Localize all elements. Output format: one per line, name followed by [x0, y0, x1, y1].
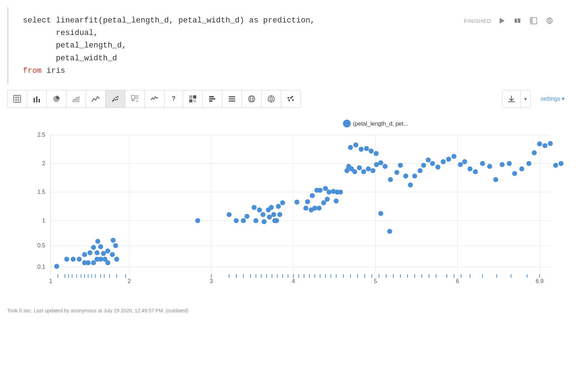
funnel-icon: [228, 95, 236, 103]
svg-point-56: [292, 99, 294, 101]
data-point: [526, 161, 531, 166]
interrupt-button[interactable]: [512, 16, 522, 26]
svg-point-57: [288, 97, 289, 99]
chart-type-pivot-button[interactable]: [125, 90, 145, 107]
y-label-2: 2: [42, 160, 45, 166]
data-point: [352, 169, 357, 174]
data-point: [262, 219, 267, 224]
data-point: [403, 174, 408, 179]
chart-type-table-button[interactable]: [7, 90, 27, 107]
keyword-select: select: [23, 16, 51, 25]
heatmap-icon: [189, 95, 197, 103]
code-line-5: from iris: [23, 65, 315, 77]
chart-type-funnel-button[interactable]: [222, 90, 242, 107]
chart-help-button[interactable]: ?: [165, 90, 183, 107]
data-point: [310, 193, 315, 198]
chart-type-sparkline-button[interactable]: [145, 90, 165, 107]
svg-rect-32: [136, 97, 138, 99]
svg-rect-42: [209, 100, 212, 102]
data-point: [378, 211, 383, 216]
data-point: [507, 161, 512, 166]
svg-point-55: [290, 97, 292, 99]
data-point: [276, 204, 281, 209]
scatter-icon: [111, 95, 119, 103]
svg-point-19: [94, 98, 95, 99]
svg-rect-38: [189, 99, 192, 102]
legend-dot: [343, 120, 351, 127]
data-point: [548, 141, 553, 146]
data-point: [532, 150, 537, 155]
run-button[interactable]: [497, 16, 507, 26]
run-icon: [498, 17, 505, 24]
x-label-2: 2: [128, 278, 131, 284]
chart-type-scatter-button[interactable]: [106, 90, 125, 107]
code-residual: residual,: [23, 29, 98, 37]
chart-toolbar: ?: [7, 90, 569, 108]
data-point: [95, 239, 100, 244]
globe-icon: [248, 95, 256, 103]
data-point: [241, 218, 246, 223]
svg-rect-2: [518, 19, 520, 23]
chart-type-heatmap-button[interactable]: [183, 90, 203, 107]
data-point: [111, 238, 116, 243]
data-point: [91, 245, 96, 250]
x-label-1: 1: [49, 278, 52, 284]
chart-type-area-button[interactable]: [66, 90, 86, 107]
data-point: [71, 257, 76, 262]
data-point: [82, 252, 87, 257]
legend-label: (petal_length_d, pet...: [353, 121, 408, 127]
data-point: [272, 218, 277, 223]
data-point: [269, 205, 274, 210]
cell-settings-button[interactable]: [545, 16, 555, 26]
svg-rect-37: [193, 95, 196, 99]
chart-type-hbar-button[interactable]: [203, 90, 222, 107]
data-point: [487, 164, 492, 169]
data-point: [317, 206, 322, 211]
table-icon: [13, 95, 21, 103]
svg-rect-31: [136, 95, 138, 97]
notebook-button[interactable]: [528, 16, 539, 26]
x-label-6.9: 6.9: [536, 278, 544, 284]
data-point: [321, 200, 326, 205]
x-label-6: 6: [456, 278, 459, 284]
data-point: [261, 212, 266, 217]
help-icon: ?: [172, 95, 176, 102]
keyword-from: from: [23, 66, 42, 75]
chart-type-map-button[interactable]: [242, 90, 262, 107]
chart-type-pie-button[interactable]: [47, 90, 66, 107]
y-label-1: 1: [42, 217, 45, 223]
chart-type-bar-button[interactable]: [27, 90, 47, 107]
gear-icon: [546, 17, 553, 24]
data-point: [327, 190, 332, 195]
data-point: [394, 170, 399, 175]
svg-rect-16: [39, 99, 40, 102]
data-point: [195, 218, 200, 223]
code-line-2: residual,: [23, 27, 315, 39]
download-button[interactable]: [502, 90, 520, 107]
data-point: [421, 163, 426, 168]
keyword-as: as: [249, 16, 258, 25]
settings-button[interactable]: settings ▾: [536, 92, 569, 106]
svg-point-28: [113, 100, 114, 101]
data-point: [446, 157, 451, 162]
svg-point-54: [288, 99, 290, 101]
chart-type-cluster-button[interactable]: [281, 90, 300, 107]
svg-rect-1: [515, 19, 517, 23]
data-point: [318, 188, 323, 193]
download-dropdown-button[interactable]: ▾: [520, 90, 530, 107]
svg-rect-41: [209, 98, 215, 100]
y-label-0.5: 0.5: [37, 242, 45, 248]
data-point: [334, 198, 339, 203]
data-point: [418, 168, 423, 173]
bar-chart-icon: [33, 95, 41, 103]
y-label-2.5: 2.5: [37, 132, 45, 138]
data-point: [441, 159, 446, 164]
chart-type-line-button[interactable]: [86, 90, 106, 107]
data-point: [267, 215, 272, 220]
data-point: [257, 207, 262, 212]
data-point: [325, 197, 330, 202]
data-point: [244, 214, 249, 219]
svg-rect-40: [209, 96, 214, 97]
chart-type-globe-button[interactable]: [262, 90, 281, 107]
svg-point-35: [132, 100, 133, 102]
